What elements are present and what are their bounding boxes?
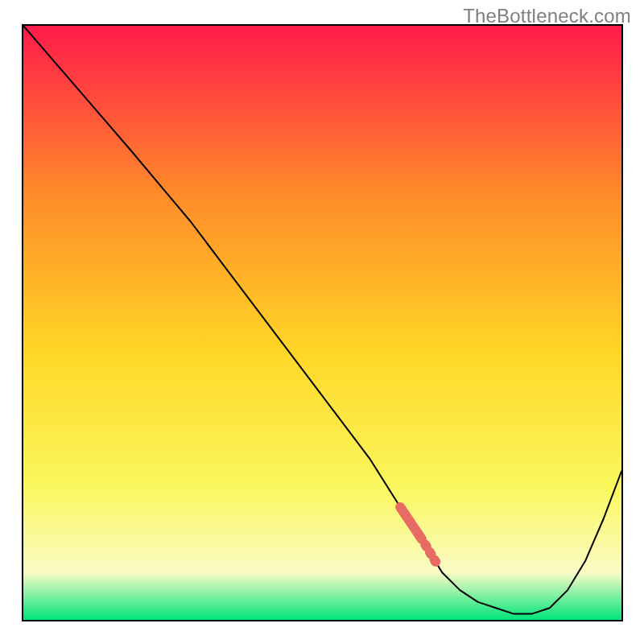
plot-area bbox=[22, 24, 623, 621]
chart-svg bbox=[23, 26, 621, 620]
chart-stage: TheBottleneck.com bbox=[0, 0, 644, 644]
watermark-text: TheBottleneck.com bbox=[463, 5, 631, 27]
gradient-background bbox=[23, 26, 621, 620]
